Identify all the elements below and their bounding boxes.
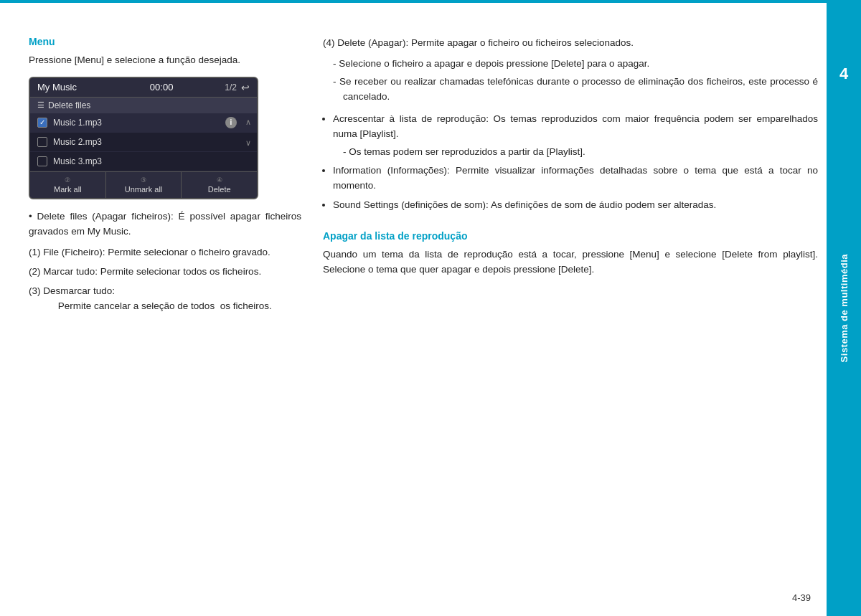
left-heading: Menu [29, 36, 301, 47]
list-item-name: Music 1.mp3 [53, 118, 102, 128]
ui-pagination: 1/2 [225, 82, 237, 93]
right-sidebar: 4 Sistema de multimédia [827, 0, 861, 616]
info-icon: i [225, 117, 237, 128]
apagar-text: Quando um tema da lista de reprodução es… [323, 247, 818, 278]
numbered-item-2: (2) Marcar tudo: Permite selecionar todo… [29, 265, 301, 280]
ui-title: My Music [37, 82, 77, 93]
back-icon: ↩ [241, 82, 250, 93]
information-item: Information (Informações): Permite visua… [333, 164, 818, 194]
left-column: Menu Pressione [Menu] e selecione a funç… [29, 36, 301, 318]
checkbox-empty [37, 137, 47, 147]
delete-sub-item: Se receber ou realizar chamadas telefóni… [333, 75, 818, 105]
list-item-name: Music 3.mp3 [53, 156, 102, 166]
delete-label: Delete [208, 185, 231, 194]
apagar-section: Apagar da lista de reprodução Quando um … [323, 230, 818, 278]
ui-time: 00:00 [150, 82, 174, 93]
content-columns: Menu Pressione [Menu] e selecione a funç… [29, 36, 818, 318]
list-icon: ☰ [37, 100, 44, 110]
ui-subheader: ☰ Delete files [30, 97, 257, 113]
acrescentar-item: Acrescentar à lista de reprodução: Os te… [333, 112, 818, 160]
list-item-name: Music 2.mp3 [53, 137, 102, 147]
delete-sub-list: Selecione o ficheiro a apagar e depois p… [323, 57, 818, 105]
sound-settings-item: Sound Settings (definições de som): As d… [333, 198, 818, 213]
ui-subheader-left: ☰ Delete files [37, 100, 90, 110]
delete-button[interactable]: ④ Delete [182, 172, 257, 198]
mark-all-button[interactable]: ② Mark all [30, 172, 106, 198]
ui-mockup: My Music 00:00 1/2 ↩ ☰ Delete files [29, 77, 258, 199]
delete-files-desc: • Delete files (Apagar ficheiros): É pos… [29, 209, 301, 240]
chapter-number: 4 [839, 65, 848, 83]
checkbox-checked: ✓ [37, 118, 47, 128]
ui-footer: ② Mark all ③ Unmark all ④ Delete [30, 171, 257, 198]
numbered-item-1: (1) File (Ficheiro): Permite selecionar … [29, 245, 301, 260]
list-item: Music 3.mp3 [30, 152, 257, 171]
ui-list: ✓ Music 1.mp3 i ∧ Music 2.mp3 ∨ [30, 113, 257, 171]
list-item: Music 2.mp3 ∨ [30, 133, 257, 152]
ui-subheader-label: Delete files [48, 100, 90, 110]
feature-list: Acrescentar à lista de reprodução: Os te… [323, 112, 818, 214]
acrescentar-sub-item: Os temas podem ser reproduzidos a partir… [343, 145, 818, 160]
list-item: ✓ Music 1.mp3 i ∧ [30, 113, 257, 133]
unmark-all-label: Unmark all [125, 185, 163, 194]
delete-sub-item: Selecione o ficheiro a apagar e depois p… [333, 57, 818, 72]
delete-section: (4) Delete (Apagar): Permite apagar o fi… [323, 36, 818, 105]
scroll-up-arrow: ∧ [245, 118, 251, 127]
right-column: (4) Delete (Apagar): Permite apagar o fi… [323, 36, 818, 318]
checkbox-empty [37, 156, 47, 166]
unmark-all-button[interactable]: ③ Unmark all [106, 172, 182, 198]
top-accent-line [0, 0, 861, 3]
apagar-heading: Apagar da lista de reprodução [323, 230, 818, 242]
delete-intro: (4) Delete (Apagar): Permite apagar o fi… [323, 36, 818, 51]
ui-header: My Music 00:00 1/2 ↩ [30, 78, 257, 97]
left-intro: Pressione [Menu] e selecione a função de… [29, 53, 301, 68]
mark-all-label: Mark all [54, 185, 82, 194]
sidebar-chapter-label: Sistema de multimédia [839, 254, 850, 362]
scroll-down-arrow: ∨ [245, 138, 251, 148]
main-content: Menu Pressione [Menu] e selecione a funç… [29, 14, 818, 594]
ui-header-right: 1/2 ↩ [225, 82, 250, 93]
numbered-item-3: (3) Desmarcar tudo: Permite cancelar a s… [29, 284, 301, 314]
acrescentar-sub: Os temas podem ser reproduzidos a partir… [333, 145, 818, 160]
numbered-list: (1) File (Ficheiro): Permite selecionar … [29, 245, 301, 314]
